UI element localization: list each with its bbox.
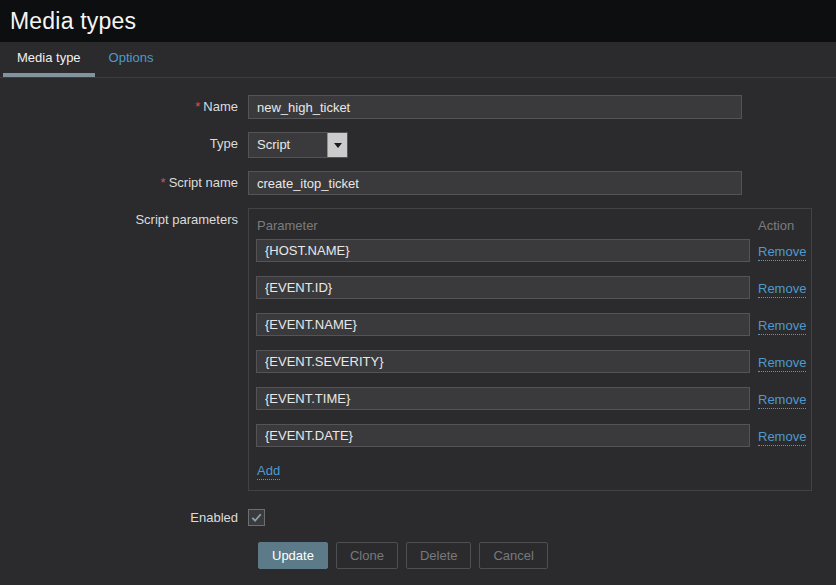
required-marker: * (195, 99, 200, 114)
remove-link[interactable]: Remove (758, 429, 806, 446)
tab-options[interactable]: Options (95, 42, 168, 77)
remove-link[interactable]: Remove (758, 318, 806, 335)
enabled-row: Enabled (0, 509, 836, 526)
cancel-button[interactable]: Cancel (479, 542, 547, 569)
footer-buttons: Update Clone Delete Cancel (258, 542, 836, 569)
name-row: *Name (0, 95, 836, 119)
parameter-input[interactable] (256, 313, 750, 336)
table-row: Remove (256, 387, 804, 410)
remove-link[interactable]: Remove (758, 392, 806, 409)
column-header-action: Action (758, 216, 794, 236)
type-label: Type (0, 132, 248, 156)
table-row: Remove (256, 424, 804, 447)
checkmark-icon (250, 511, 263, 524)
parameter-input[interactable] (256, 276, 750, 299)
name-label: *Name (0, 95, 248, 119)
remove-link[interactable]: Remove (758, 244, 806, 261)
add-row: Add (256, 461, 804, 479)
table-row: Remove (256, 350, 804, 373)
chevron-down-icon[interactable] (327, 133, 347, 157)
remove-link[interactable]: Remove (758, 355, 806, 372)
page-title: Media types (10, 8, 136, 35)
script-parameters-row: Script parameters Parameter Action Remov… (0, 208, 836, 491)
script-parameters-header: Parameter Action (256, 216, 804, 236)
enabled-checkbox[interactable] (248, 509, 265, 526)
table-row: Remove (256, 239, 804, 262)
clone-button[interactable]: Clone (336, 542, 398, 569)
table-row: Remove (256, 313, 804, 336)
type-select-value: Script (249, 133, 327, 157)
script-name-label: *Script name (0, 171, 248, 195)
type-select[interactable]: Script (248, 132, 348, 158)
parameter-input[interactable] (256, 387, 750, 410)
script-parameters-label: Script parameters (0, 208, 248, 232)
update-button[interactable]: Update (258, 542, 328, 569)
required-marker: * (161, 175, 166, 190)
tab-options-label: Options (109, 50, 154, 65)
table-row: Remove (256, 276, 804, 299)
page-header: Media types (0, 0, 836, 42)
delete-button[interactable]: Delete (406, 542, 472, 569)
parameter-input[interactable] (256, 424, 750, 447)
tab-bar: Media type Options (0, 42, 836, 78)
script-name-input[interactable] (248, 171, 742, 195)
script-name-row: *Script name (0, 171, 836, 195)
media-type-form: *Name Type Script *Script name Script pa… (0, 78, 836, 569)
parameter-input[interactable] (256, 239, 750, 262)
name-input[interactable] (248, 95, 742, 119)
tab-media-type[interactable]: Media type (3, 42, 95, 77)
type-row: Type Script (0, 132, 836, 158)
tab-media-type-label: Media type (17, 50, 81, 65)
parameter-input[interactable] (256, 350, 750, 373)
column-header-parameter: Parameter (256, 216, 750, 236)
remove-link[interactable]: Remove (758, 281, 806, 298)
add-parameter-link[interactable]: Add (257, 463, 280, 480)
enabled-label: Enabled (0, 509, 248, 526)
script-parameters-table: Parameter Action Remove Remove Remove (248, 208, 812, 491)
media-types-page: Media types Media type Options *Name Typ… (0, 0, 836, 569)
